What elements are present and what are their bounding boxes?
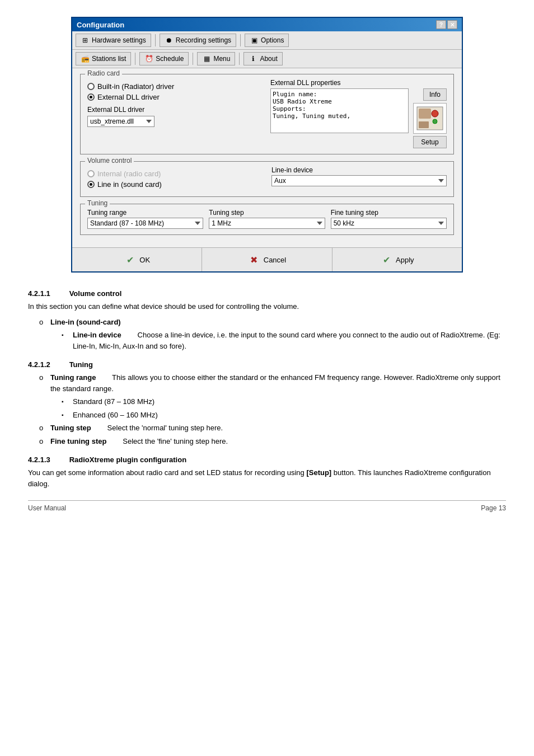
apply-button[interactable]: ✔ Apply	[332, 248, 462, 271]
dll-left: Built-in (Radiator) driver External DLL …	[87, 79, 264, 148]
setup-button[interactable]: Setup	[413, 136, 447, 148]
options-button[interactable]: ▣ Options	[245, 34, 289, 47]
list-item: Standard (87 – 108 MHz)	[73, 396, 506, 407]
radio-external-row[interactable]: External DLL driver	[87, 93, 264, 101]
radio-internal-label: Internal (radio card)	[97, 170, 161, 178]
dll-actions: Info Setup	[413, 88, 447, 148]
fine-step-col: Fine tuning step	[331, 209, 447, 218]
info-button[interactable]: Info	[423, 88, 447, 101]
recording-settings-button[interactable]: ⏺ Recording settings	[160, 34, 236, 47]
svg-point-2	[432, 110, 438, 117]
tuning-range-doc-text: This allows you to choose either the sta…	[50, 373, 500, 393]
section-421-heading: 4.2.1.1 Volume control	[28, 289, 506, 298]
fine-step-doc-label: Fine tuning step	[50, 437, 106, 445]
radio-internal-row[interactable]: Internal (radio card)	[87, 170, 263, 178]
titlebar: Configuration ? ✕	[72, 18, 462, 31]
radio-builtin-row[interactable]: Built-in (Radiator) driver	[87, 82, 264, 91]
schedule-button[interactable]: ⏰ Schedule	[139, 52, 189, 65]
volume-two-col: Internal (radio card) Line in (sound car…	[87, 166, 447, 191]
separator	[239, 53, 240, 65]
external-dll-label: External DLL driver	[87, 106, 264, 114]
dll-select[interactable]: usb_xtreme.dll	[87, 116, 154, 127]
separator	[135, 53, 135, 65]
volume-right: Line-in device Aux	[271, 166, 447, 191]
tuning-step-col: Tuning step	[209, 209, 325, 218]
toolbar-row-2: 📻 Stations list ⏰ Schedule ▦ Menu ℹ Abou…	[72, 50, 462, 68]
doc-footer: User Manual Page 13	[28, 504, 506, 512]
dll-section: Built-in (Radiator) driver External DLL …	[87, 79, 447, 148]
titlebar-buttons: ? ✕	[436, 20, 457, 29]
fine-step-label: Fine tuning step	[331, 209, 447, 217]
section-421-number: 4.2.1.1	[28, 289, 67, 298]
section-422-bullets: Tuning range This allows you to choose e…	[50, 372, 506, 447]
ok-button[interactable]: ✔ OK	[72, 248, 202, 271]
fine-step-select[interactable]: 50 kHz	[331, 218, 447, 229]
about-icon: ℹ	[249, 54, 257, 63]
cancel-icon: ✖	[248, 253, 260, 266]
radio-linein-input[interactable]	[87, 181, 95, 188]
section-423-heading: 4.2.1.3 RadioXtreme plugin configuration	[28, 456, 506, 464]
schedule-icon: ⏰	[144, 54, 153, 63]
line-in-select[interactable]: Aux	[271, 175, 447, 186]
radio-builtin-input[interactable]	[87, 83, 95, 90]
radio-internal-input[interactable]	[87, 170, 95, 177]
section-422-heading: 4.2.1.2 Tuning	[28, 360, 506, 369]
list-item: Line-in device Choose a line-in device, …	[73, 330, 506, 351]
cancel-button[interactable]: ✖ Cancel	[202, 248, 332, 271]
document-content: 4.2.1.1 Volume control In this section y…	[17, 289, 517, 512]
svg-rect-1	[419, 109, 431, 119]
stations-icon: 📻	[81, 54, 90, 63]
radio-group-volume: Internal (radio card) Line in (sound car…	[87, 170, 263, 189]
stations-list-button[interactable]: 📻 Stations list	[76, 52, 131, 65]
tuning-step-select-col: 1 MHz	[209, 218, 325, 229]
line-in-label: Line-in device	[271, 166, 447, 174]
linein-soundcard-label: Line-in (sound-card)	[50, 318, 121, 326]
section-423-text1: You can get some information about radio…	[28, 468, 306, 477]
section-423-number: 4.2.1.3	[28, 456, 67, 464]
apply-icon: ✔	[380, 253, 392, 266]
section-422-number: 4.2.1.2	[28, 360, 67, 369]
radio-external-input[interactable]	[87, 93, 95, 101]
radio-builtin-label: Built-in (Radiator) driver	[97, 82, 174, 91]
tuning-labels-row: Tuning range Tuning step Fine tuning ste…	[87, 209, 447, 218]
tuning-range-select-col: Standard (87 - 108 MHz)	[87, 218, 203, 229]
config-content: Radio card Built-in (Radiator) driver Ex…	[72, 68, 462, 247]
menu-button[interactable]: ▦ Menu	[197, 52, 235, 65]
tuning-step-select[interactable]: 1 MHz	[209, 218, 325, 229]
separator	[240, 34, 241, 46]
dialog-title: Configuration	[77, 21, 124, 29]
about-button[interactable]: ℹ About	[243, 52, 282, 65]
dll-driver-section: External DLL driver usb_xtreme.dll	[87, 106, 264, 127]
separator	[193, 53, 193, 65]
hardware-settings-label: Hardware settings	[92, 36, 146, 44]
section-421-intro: In this section you can define what devi…	[28, 301, 506, 312]
section-421-title: Volume control	[69, 289, 122, 298]
recording-settings-label: Recording settings	[176, 36, 231, 44]
ext-props-content: Plugin name: USB Radio Xtreme Supports: …	[270, 88, 447, 148]
doc-divider	[28, 500, 506, 501]
hardware-settings-button[interactable]: ⊞ Hardware settings	[76, 34, 151, 47]
cancel-label: Cancel	[264, 256, 286, 264]
dll-textarea[interactable]: Plugin name: USB Radio Xtreme Supports: …	[270, 88, 409, 133]
config-dialog: Configuration ? ✕ ⊞ Hardware settings ⏺ …	[71, 17, 463, 273]
tuning-range-doc-label: Tuning range	[50, 373, 96, 382]
tuning-range-label: Tuning range	[87, 209, 203, 217]
menu-label: Menu	[213, 55, 230, 63]
volume-left: Internal (radio card) Line in (sound car…	[87, 166, 263, 191]
stations-list-label: Stations list	[92, 55, 126, 63]
radio-card-group-label: Radio card	[85, 69, 122, 77]
dll-select-row: usb_xtreme.dll	[87, 116, 264, 127]
tuning-step-doc-text: Select the 'normal' tuning step here.	[107, 424, 223, 432]
footer-right: Page 13	[481, 504, 506, 512]
radio-linein-row[interactable]: Line in (sound card)	[87, 180, 263, 189]
tuning-range-select[interactable]: Standard (87 - 108 MHz)	[87, 218, 203, 229]
radio-group-card: Built-in (Radiator) driver External DLL …	[87, 82, 264, 101]
help-button[interactable]: ?	[436, 20, 446, 29]
close-button[interactable]: ✕	[447, 20, 457, 29]
list-item: Tuning range This allows you to choose e…	[50, 372, 506, 420]
options-icon: ▣	[250, 36, 259, 45]
apply-label: Apply	[396, 256, 414, 264]
section-423-title: RadioXtreme plugin configuration	[69, 456, 186, 464]
menu-icon: ▦	[202, 54, 211, 63]
list-item: Enhanced (60 – 160 MHz)	[73, 410, 506, 421]
